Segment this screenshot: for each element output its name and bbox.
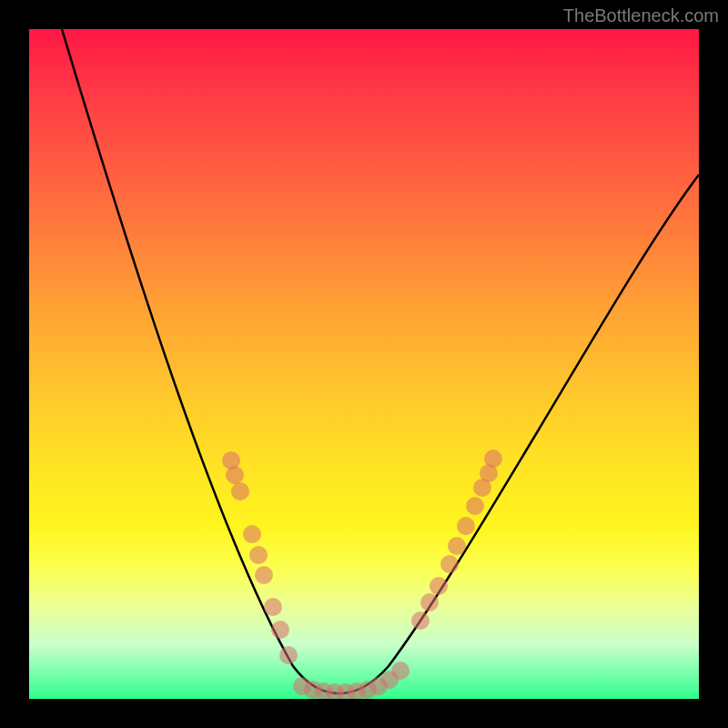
- chart-svg: [29, 29, 699, 699]
- scatter-point: [466, 497, 484, 515]
- scatter-point: [255, 566, 273, 584]
- scatter-point: [279, 646, 298, 664]
- scatter-point: [484, 450, 502, 468]
- scatter-point: [440, 555, 459, 573]
- scatter-left-group: [222, 451, 298, 664]
- scatter-point: [271, 621, 289, 639]
- scatter-point: [249, 546, 268, 564]
- scatter-point: [226, 466, 244, 484]
- scatter-point: [231, 482, 249, 500]
- scatter-point: [448, 537, 466, 555]
- watermark-text: TheBottleneck.com: [563, 5, 719, 26]
- scatter-point: [391, 662, 410, 680]
- scatter-point: [420, 593, 439, 612]
- curve-line: [62, 29, 699, 693]
- scatter-point: [264, 598, 282, 616]
- chart-frame: TheBottleneck.com: [0, 0, 728, 728]
- scatter-point: [243, 525, 261, 543]
- scatter-point: [411, 612, 430, 630]
- scatter-point: [430, 577, 448, 595]
- scatter-right-group: [411, 450, 502, 630]
- scatter-point: [457, 517, 475, 535]
- plot-area: [29, 29, 699, 699]
- scatter-bottom-group: [293, 662, 410, 699]
